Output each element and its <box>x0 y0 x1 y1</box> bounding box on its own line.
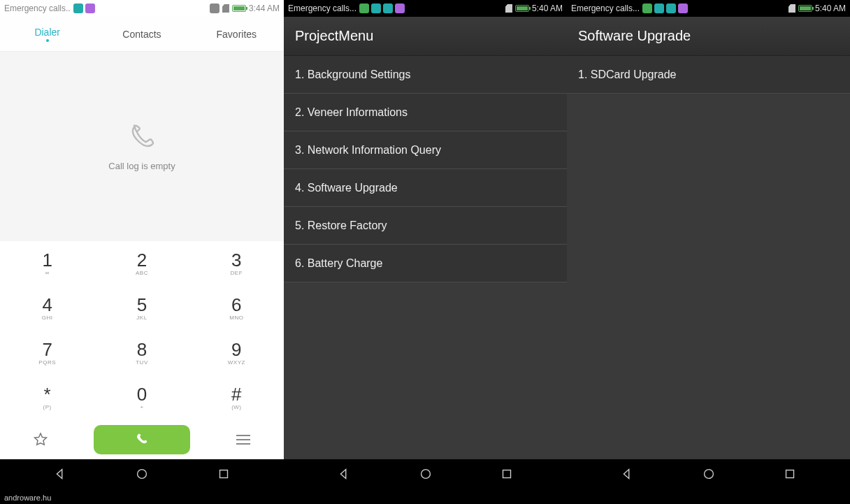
list-item[interactable]: 1. Background Settings <box>284 56 567 94</box>
notif-icon <box>395 3 405 13</box>
notif-icon <box>359 3 369 13</box>
key-9[interactable]: 9WXYZ <box>189 331 284 375</box>
notif-icon <box>666 3 676 13</box>
notif-icon <box>383 3 393 13</box>
clock-text: 5:40 AM <box>815 3 846 13</box>
svg-point-2 <box>421 470 430 479</box>
page-title: ProjectMenu <box>284 17 567 56</box>
phone-icon <box>127 122 157 152</box>
notif-icon <box>73 3 83 13</box>
nav-recent-button[interactable] <box>485 462 528 489</box>
notif-icon <box>85 3 95 13</box>
list-item[interactable]: 4. Software Upgrade <box>284 169 567 207</box>
key-star[interactable]: *(P) <box>0 375 94 420</box>
status-bar: Emergency calls... 5:40 AM <box>567 0 850 17</box>
carrier-text: Emergency calls... <box>288 3 356 13</box>
list-item[interactable]: 5. Restore Factory <box>284 207 567 245</box>
dial-pad: 1∞ 2ABC 3DEF 4GHI 5JKL 6MNO 7PQRS 8TUV 9… <box>0 241 284 420</box>
nav-recent-button[interactable] <box>768 462 812 489</box>
battery-icon <box>798 5 812 12</box>
recent-icon <box>499 466 514 482</box>
nav-home-button[interactable] <box>404 462 447 489</box>
notif-icon <box>678 3 688 13</box>
home-icon <box>134 466 150 482</box>
notif-icon <box>642 3 652 13</box>
recent-icon <box>216 466 231 482</box>
svg-rect-3 <box>503 470 511 478</box>
call-button[interactable] <box>94 425 190 454</box>
svg-point-0 <box>138 470 147 479</box>
tab-indicator-icon <box>46 39 49 42</box>
home-icon <box>418 466 433 482</box>
key-4[interactable]: 4GHI <box>0 286 94 331</box>
call-log-empty-text: Call log is empty <box>108 161 175 171</box>
phone-icon <box>134 432 150 447</box>
tab-label: Dialer <box>34 27 60 38</box>
status-bar: Emergency calls... 5:40 AM <box>284 0 567 17</box>
nav-bar <box>284 459 567 491</box>
menu-icon <box>236 435 250 445</box>
key-0[interactable]: 0+ <box>94 375 189 420</box>
footer-watermark: androware.hu <box>0 491 850 504</box>
home-icon <box>701 466 716 482</box>
key-hash[interactable]: #(W) <box>189 375 284 420</box>
list-item[interactable]: 1. SDCard Upgrade <box>567 56 850 94</box>
menu-button[interactable] <box>215 435 271 445</box>
key-8[interactable]: 8TUV <box>94 331 189 375</box>
key-6[interactable]: 6MNO <box>189 286 284 331</box>
list-item[interactable]: 2. Veneer Informations <box>284 94 567 131</box>
call-log-empty: Call log is empty <box>0 52 284 241</box>
screen-dialer: Emergency calls.. 3:44 AM Dialer Contact… <box>0 0 284 491</box>
tab-contacts[interactable]: Contacts <box>94 17 189 51</box>
notif-icon <box>371 3 381 13</box>
key-2[interactable]: 2ABC <box>94 241 189 286</box>
recent-icon <box>782 466 798 482</box>
carrier-text: Emergency calls... <box>571 3 640 13</box>
screen-software-upgrade: Emergency calls... 5:40 AM Software Upgr… <box>567 0 850 491</box>
nav-back-button[interactable] <box>38 462 82 489</box>
status-bar: Emergency calls.. 3:44 AM <box>0 0 284 17</box>
nav-home-button[interactable] <box>120 462 164 489</box>
clock-text: 5:40 AM <box>532 3 563 13</box>
tab-favorites[interactable]: Favorites <box>189 17 284 51</box>
svg-point-4 <box>704 470 713 479</box>
page-title: Software Upgrade <box>567 17 850 56</box>
list-item[interactable]: 3. Network Information Query <box>284 131 567 169</box>
dialer-bottombar <box>0 420 284 459</box>
screen-projectmenu: Emergency calls... 5:40 AM ProjectMenu 1… <box>284 0 567 491</box>
tab-bar: Dialer Contacts Favorites <box>0 17 284 52</box>
sim-icon <box>505 4 512 13</box>
key-7[interactable]: 7PQRS <box>0 331 94 375</box>
list-item[interactable]: 6. Battery Charge <box>284 245 567 282</box>
tab-label: Contacts <box>122 29 161 40</box>
menu-list: 1. SDCard Upgrade <box>567 56 850 94</box>
signal-icon <box>210 3 219 13</box>
key-1[interactable]: 1∞ <box>0 241 94 286</box>
sim-icon <box>788 4 795 13</box>
nav-bar <box>567 459 850 491</box>
nav-recent-button[interactable] <box>202 462 245 489</box>
key-5[interactable]: 5JKL <box>94 286 189 331</box>
clock-text: 3:44 AM <box>249 3 280 13</box>
back-icon <box>619 466 635 482</box>
back-icon <box>52 466 68 482</box>
star-icon <box>32 431 49 448</box>
battery-icon <box>515 5 529 12</box>
svg-rect-5 <box>786 470 794 478</box>
notif-icon <box>654 3 664 13</box>
svg-rect-1 <box>220 470 228 478</box>
carrier-text: Emergency calls.. <box>4 3 71 13</box>
nav-bar <box>0 459 284 491</box>
nav-back-button[interactable] <box>605 462 649 489</box>
battery-icon <box>232 5 246 12</box>
key-3[interactable]: 3DEF <box>189 241 284 286</box>
favorites-button[interactable] <box>13 431 69 448</box>
back-icon <box>336 466 352 482</box>
menu-list: 1. Background Settings 2. Veneer Informa… <box>284 56 567 282</box>
nav-home-button[interactable] <box>687 462 730 489</box>
tab-label: Favorites <box>217 29 257 40</box>
sim-icon <box>222 4 229 13</box>
nav-back-button[interactable] <box>322 462 366 489</box>
tab-dialer[interactable]: Dialer <box>0 17 94 51</box>
